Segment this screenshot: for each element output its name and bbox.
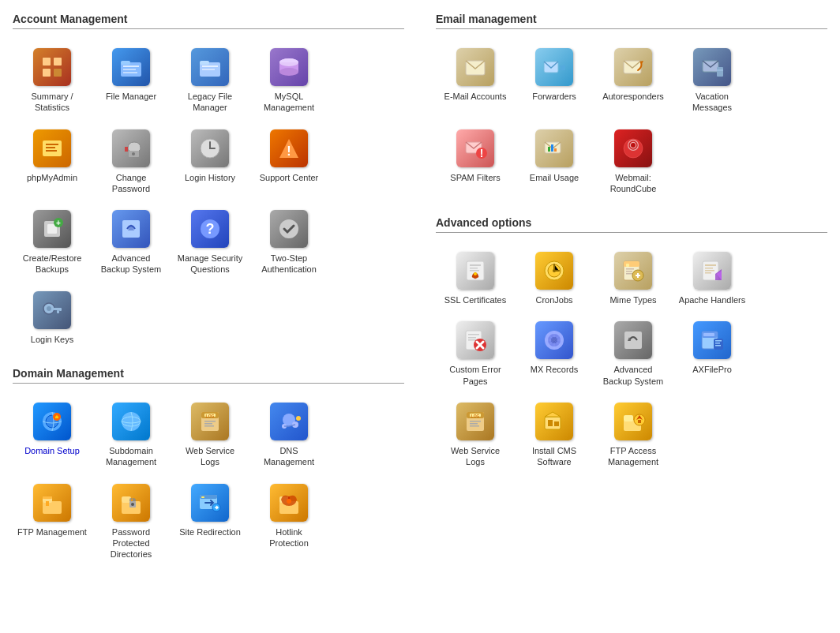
svg-rect-5 <box>121 61 130 65</box>
site-redirection-item[interactable]: Site Redirection <box>171 478 249 567</box>
svg-rect-133 <box>703 333 714 336</box>
svg-rect-88 <box>551 144 553 152</box>
install-cms-item[interactable]: Install CMSSoftware <box>515 396 594 474</box>
svg-rect-135 <box>715 340 722 342</box>
ftp-access-mgmt-item[interactable]: FTP AccessManagement <box>594 396 673 474</box>
create-restore-label: Create/RestoreBackups <box>23 253 82 275</box>
create-restore-item[interactable]: + Create/RestoreBackups <box>13 204 92 282</box>
mysql-label: MySQLManagement <box>264 91 314 114</box>
subdomain-management-item[interactable]: SubdomainManagement <box>92 396 171 474</box>
svg-rect-49 <box>204 421 216 422</box>
mime-types-item[interactable]: Mime Types <box>594 245 673 312</box>
phpmyadmin-item[interactable]: phpMyAdmin <box>13 123 92 201</box>
login-keys-item[interactable]: Login Keys <box>13 285 92 351</box>
account-icon-grid: Summary /Statistics File Manager <box>13 42 404 351</box>
svg-rect-3 <box>54 69 62 77</box>
mx-records-item[interactable]: MX Records <box>515 315 594 393</box>
apache-handlers-item[interactable]: Apache Handlers <box>673 245 752 312</box>
file-manager-item[interactable]: File Manager <box>92 42 171 120</box>
spam-filters-label: SPAM Filters <box>450 172 500 183</box>
advanced-backup-label: AdvancedBackup System <box>101 253 161 275</box>
svg-rect-142 <box>470 421 481 422</box>
svg-rect-8 <box>123 72 137 73</box>
login-keys-label: Login Keys <box>31 334 73 345</box>
axfilepro-item[interactable]: AXFilePro <box>673 315 752 393</box>
subdomain-management-label: SubdomainManagement <box>106 445 156 468</box>
domain-setup-label: Domain Setup <box>24 445 80 456</box>
svg-rect-61 <box>46 501 49 506</box>
vacation-messages-item[interactable]: VacationMessages <box>673 42 752 120</box>
svg-rect-112 <box>637 273 639 278</box>
web-service-logs2-item[interactable]: LOG Web ServiceLogs <box>436 396 515 474</box>
login-history-item[interactable]: Login History <box>171 123 249 201</box>
dns-management-item[interactable]: DNSManagement <box>249 396 328 474</box>
domain-icon-grid: Domain Setup SubdomainManagement <box>13 396 404 566</box>
mysql-item[interactable]: MySQLManagement <box>249 42 328 120</box>
email-management-section: Email management E-Mail Accounts <box>436 13 827 200</box>
svg-rect-58 <box>43 501 62 514</box>
svg-rect-137 <box>715 345 721 346</box>
autoresponders-item[interactable]: Autoresponders <box>594 42 673 120</box>
forwarders-label: Forwarders <box>532 91 576 102</box>
security-questions-item[interactable]: ? Manage SecurityQuestions <box>171 204 249 282</box>
domain-setup-item[interactable]: Domain Setup <box>13 396 92 474</box>
svg-rect-144 <box>470 425 479 427</box>
forwarders-item[interactable]: Forwarders <box>515 42 594 120</box>
svg-rect-0 <box>43 58 51 66</box>
change-password-label: ChangePassword <box>112 172 150 195</box>
svg-rect-150 <box>624 415 633 421</box>
ssl-certificates-item[interactable]: SSL Certificates <box>436 245 515 312</box>
email-management-title: Email management <box>436 13 827 29</box>
svg-marker-146 <box>545 412 561 417</box>
svg-rect-81 <box>717 67 723 77</box>
svg-rect-19 <box>46 147 55 148</box>
svg-rect-148 <box>554 421 559 426</box>
svg-rect-98 <box>470 268 478 269</box>
svg-rect-106 <box>626 264 629 267</box>
ftp-management-label: FTP Management <box>17 526 87 537</box>
svg-rect-6 <box>123 66 139 67</box>
email-accounts-label: E-Mail Accounts <box>444 91 507 102</box>
change-password-item[interactable]: ChangePassword <box>92 123 171 201</box>
svg-rect-129 <box>624 331 642 349</box>
svg-point-22 <box>132 152 135 155</box>
support-center-item[interactable]: ! Support Center <box>249 123 328 201</box>
account-management-section: Account Management Summary /Statistics <box>13 13 404 351</box>
advanced-backup2-item[interactable]: AdvancedBackup System <box>594 315 673 393</box>
svg-point-57 <box>296 416 301 421</box>
svg-rect-136 <box>715 343 720 344</box>
svg-point-36 <box>47 306 51 311</box>
advanced-backup2-label: AdvancedBackup System <box>603 364 663 387</box>
email-icon-grid: E-Mail Accounts Forwarders <box>436 42 827 200</box>
custom-error-item[interactable]: Custom ErrorPages <box>436 315 515 393</box>
advanced-icon-grid: SSL Certificates CronJobs <box>436 245 827 474</box>
svg-rect-147 <box>548 420 553 426</box>
support-center-label: Support Center <box>260 172 319 183</box>
hotlink-protection-item[interactable]: HotlinkProtection <box>249 478 328 567</box>
ftp-management-item[interactable]: FTP Management <box>13 478 92 567</box>
spam-filters-item[interactable]: ! SPAM Filters <box>436 123 515 201</box>
legacy-file-manager-item[interactable]: Legacy FileManager <box>171 42 249 120</box>
svg-text:+: + <box>56 219 61 227</box>
password-protected-item[interactable]: PasswordProtectedDirectories <box>92 478 171 567</box>
vacation-messages-label: VacationMessages <box>692 91 732 114</box>
cronjobs-item[interactable]: CronJobs <box>515 245 594 312</box>
web-service-logs-item[interactable]: LOG Web ServiceLogs <box>171 396 249 474</box>
svg-text:!: ! <box>287 144 291 158</box>
svg-rect-114 <box>705 264 716 266</box>
svg-rect-143 <box>470 423 478 425</box>
summary-item[interactable]: Summary /Statistics <box>13 42 92 120</box>
svg-rect-115 <box>705 268 713 269</box>
svg-rect-60 <box>43 496 52 499</box>
svg-text:LOG: LOG <box>206 414 215 418</box>
advanced-backup-item[interactable]: AdvancedBackup System <box>92 204 171 282</box>
email-usage-item[interactable]: Email Usage <box>515 123 594 201</box>
password-protected-label: PasswordProtectedDirectories <box>111 526 152 560</box>
file-manager-label: File Manager <box>106 91 156 102</box>
webmail-item[interactable]: Webmail:RoundCube <box>594 123 673 201</box>
two-step-item[interactable]: Two-StepAuthentication <box>249 204 328 282</box>
two-step-label: Two-StepAuthentication <box>261 253 317 275</box>
advanced-options-section: Advanced options SSL Certificates <box>436 216 827 474</box>
svg-rect-107 <box>626 268 634 270</box>
email-accounts-item[interactable]: E-Mail Accounts <box>436 42 515 120</box>
